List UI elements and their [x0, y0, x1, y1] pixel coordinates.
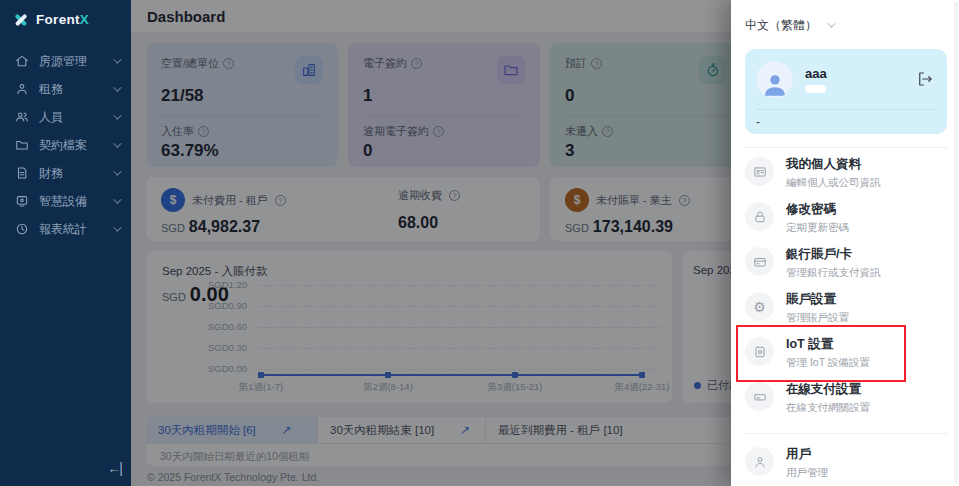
menu-item-bank-account[interactable]: 銀行賬戶/卡管理銀行或支付資訊 — [745, 246, 947, 288]
menu-item-users[interactable]: 用戶用戶管理 — [745, 446, 947, 486]
person-icon — [761, 70, 789, 98]
chevron-down-icon — [113, 223, 121, 231]
logo-x-icon — [13, 11, 29, 27]
home-icon — [15, 54, 29, 68]
account-menu: 我的個人資料編輯個人或公司資訊 修改密碼定期更新密碼 銀行賬戶/卡管理銀行或支付… — [745, 156, 947, 486]
user-name: aaa — [805, 66, 916, 81]
app-window: ForentX 房源管理 租務 人員 契約檔案 — [0, 0, 959, 486]
sidebar-item-reports[interactable]: 報表統計 — [0, 215, 131, 243]
sidebar-item-smart-devices[interactable]: 智慧設備 — [0, 187, 131, 215]
sidebar-item-people[interactable]: 人員 — [0, 103, 131, 131]
folder-icon — [15, 138, 29, 152]
user-card: aaa - — [745, 49, 947, 134]
gear-icon: ⚙ — [745, 292, 774, 321]
iot-device-icon — [745, 337, 774, 366]
user-icon — [745, 447, 774, 476]
finance-doc-icon — [15, 166, 29, 180]
chevron-down-icon — [113, 167, 121, 175]
sidebar: ForentX 房源管理 租務 人員 契約檔案 — [0, 0, 131, 486]
sidebar-collapse-button[interactable]: ←| — [107, 460, 121, 476]
user-detail: - — [756, 110, 936, 134]
logo-text: ForentX — [36, 12, 89, 27]
chevron-down-icon — [113, 55, 121, 63]
chevron-down-icon — [113, 139, 121, 147]
team-icon — [15, 110, 29, 124]
account-drawer: 中文（繁體） aaa - 我的個人 — [731, 0, 959, 486]
menu-item-change-password[interactable]: 修改密碼定期更新密碼 — [745, 201, 947, 243]
drawer-scrollbar[interactable] — [954, 2, 958, 484]
smart-device-icon — [15, 194, 29, 208]
menu-item-my-profile[interactable]: 我的個人資料編輯個人或公司資訊 — [745, 156, 947, 198]
language-selector[interactable]: 中文（繁體） — [745, 14, 947, 36]
sidebar-item-properties[interactable]: 房源管理 — [0, 47, 131, 75]
menu-item-iot-settings[interactable]: IoT 設置管理 IoT 設備設置 — [745, 336, 947, 378]
chevron-down-icon — [113, 195, 121, 203]
chevron-down-icon — [827, 19, 835, 27]
role-badge — [805, 85, 826, 93]
lock-icon — [745, 202, 774, 231]
logout-icon — [916, 70, 934, 88]
tenant-icon — [15, 82, 29, 96]
payment-icon — [745, 382, 774, 411]
logo[interactable]: ForentX — [0, 0, 131, 37]
logout-button[interactable] — [916, 70, 936, 90]
sidebar-nav: 房源管理 租務 人員 契約檔案 財務 — [0, 37, 131, 243]
avatar — [756, 61, 793, 98]
chevron-down-icon — [113, 83, 121, 91]
sidebar-item-contracts[interactable]: 契約檔案 — [0, 131, 131, 159]
sidebar-item-finance[interactable]: 財務 — [0, 159, 131, 187]
menu-item-account-settings[interactable]: ⚙ 賬戶設置管理賬戶設置 — [745, 291, 947, 333]
bank-card-icon — [745, 247, 774, 276]
id-card-icon — [745, 157, 774, 186]
chevron-down-icon — [113, 111, 121, 119]
sidebar-item-tenancy[interactable]: 租務 — [0, 75, 131, 103]
language-label: 中文（繁體） — [745, 17, 817, 34]
menu-item-online-payment-settings[interactable]: 在線支付設置在線支付網關設置 — [745, 381, 947, 423]
report-clock-icon — [15, 222, 29, 236]
